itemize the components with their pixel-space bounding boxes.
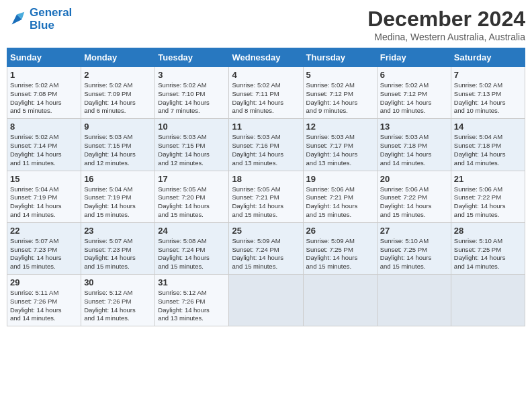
day-cell: 26Sunrise: 5:09 AM Sunset: 7:25 PM Dayli… (303, 222, 377, 274)
day-number: 7 (454, 70, 522, 80)
calendar-table: SundayMondayTuesdayWednesdayThursdayFrid… (7, 48, 525, 326)
day-number: 28 (454, 226, 522, 236)
day-cell (303, 275, 377, 326)
day-number: 4 (232, 70, 300, 80)
day-number: 20 (380, 174, 448, 184)
day-info: Sunrise: 5:02 AM Sunset: 7:12 PM Dayligh… (380, 81, 448, 116)
day-number: 19 (306, 174, 374, 184)
calendar-header: SundayMondayTuesdayWednesdayThursdayFrid… (7, 48, 525, 67)
day-cell: 9Sunrise: 5:03 AM Sunset: 7:15 PM Daylig… (81, 119, 155, 171)
day-cell: 29Sunrise: 5:11 AM Sunset: 7:26 PM Dayli… (7, 275, 81, 326)
day-cell: 22Sunrise: 5:07 AM Sunset: 7:23 PM Dayli… (7, 222, 81, 274)
day-cell (377, 275, 451, 326)
day-number: 12 (306, 122, 374, 132)
day-cell: 28Sunrise: 5:10 AM Sunset: 7:25 PM Dayli… (451, 222, 525, 274)
day-cell: 18Sunrise: 5:05 AM Sunset: 7:21 PM Dayli… (229, 171, 303, 222)
day-info: Sunrise: 5:04 AM Sunset: 7:19 PM Dayligh… (10, 185, 78, 220)
day-info: Sunrise: 5:02 AM Sunset: 7:11 PM Dayligh… (232, 81, 300, 116)
day-info: Sunrise: 5:02 AM Sunset: 7:10 PM Dayligh… (158, 81, 226, 116)
header-cell-friday: Friday (377, 48, 451, 67)
day-number: 23 (84, 226, 152, 236)
day-info: Sunrise: 5:10 AM Sunset: 7:25 PM Dayligh… (380, 237, 448, 271)
day-cell: 27Sunrise: 5:10 AM Sunset: 7:25 PM Dayli… (377, 222, 451, 274)
day-cell: 5Sunrise: 5:02 AM Sunset: 7:12 PM Daylig… (303, 67, 377, 119)
day-info: Sunrise: 5:04 AM Sunset: 7:18 PM Dayligh… (454, 133, 522, 167)
calendar-subtitle: Medina, Western Australia, Australia (367, 32, 525, 42)
page-header: General Blue December 2024 Medina, Weste… (7, 7, 525, 42)
week-row-4: 22Sunrise: 5:07 AM Sunset: 7:23 PM Dayli… (7, 222, 525, 274)
day-cell: 11Sunrise: 5:03 AM Sunset: 7:16 PM Dayli… (229, 119, 303, 171)
day-info: Sunrise: 5:06 AM Sunset: 7:21 PM Dayligh… (306, 185, 374, 220)
day-number: 18 (232, 174, 300, 184)
day-number: 11 (232, 122, 300, 132)
day-number: 21 (454, 174, 522, 184)
day-info: Sunrise: 5:02 AM Sunset: 7:08 PM Dayligh… (10, 81, 78, 116)
day-number: 9 (84, 122, 152, 132)
day-info: Sunrise: 5:09 AM Sunset: 7:25 PM Dayligh… (306, 237, 374, 271)
header-row: SundayMondayTuesdayWednesdayThursdayFrid… (7, 48, 525, 67)
week-row-3: 15Sunrise: 5:04 AM Sunset: 7:19 PM Dayli… (7, 171, 525, 222)
day-number: 2 (84, 70, 152, 80)
day-info: Sunrise: 5:04 AM Sunset: 7:19 PM Dayligh… (84, 185, 152, 220)
header-cell-sunday: Sunday (7, 48, 81, 67)
day-cell: 23Sunrise: 5:07 AM Sunset: 7:23 PM Dayli… (81, 222, 155, 274)
day-cell: 19Sunrise: 5:06 AM Sunset: 7:21 PM Dayli… (303, 171, 377, 222)
day-number: 14 (454, 122, 522, 132)
day-number: 15 (10, 174, 78, 184)
day-number: 29 (10, 277, 78, 287)
logo-general: General (30, 6, 72, 19)
day-cell: 21Sunrise: 5:06 AM Sunset: 7:22 PM Dayli… (451, 171, 525, 222)
week-row-5: 29Sunrise: 5:11 AM Sunset: 7:26 PM Dayli… (7, 275, 525, 326)
day-cell: 12Sunrise: 5:03 AM Sunset: 7:17 PM Dayli… (303, 119, 377, 171)
day-cell: 30Sunrise: 5:12 AM Sunset: 7:26 PM Dayli… (81, 275, 155, 326)
calendar-body: 1Sunrise: 5:02 AM Sunset: 7:08 PM Daylig… (7, 67, 525, 326)
day-cell: 15Sunrise: 5:04 AM Sunset: 7:19 PM Dayli… (7, 171, 81, 222)
day-cell (229, 275, 303, 326)
header-cell-saturday: Saturday (451, 48, 525, 67)
day-cell: 16Sunrise: 5:04 AM Sunset: 7:19 PM Dayli… (81, 171, 155, 222)
day-number: 17 (158, 174, 226, 184)
day-info: Sunrise: 5:06 AM Sunset: 7:22 PM Dayligh… (454, 185, 522, 220)
day-cell: 3Sunrise: 5:02 AM Sunset: 7:10 PM Daylig… (155, 67, 229, 119)
day-cell (451, 275, 525, 326)
day-info: Sunrise: 5:07 AM Sunset: 7:23 PM Dayligh… (10, 237, 78, 271)
logo: General Blue (7, 7, 72, 32)
day-number: 6 (380, 70, 448, 80)
day-info: Sunrise: 5:02 AM Sunset: 7:12 PM Dayligh… (306, 81, 374, 116)
day-info: Sunrise: 5:03 AM Sunset: 7:18 PM Dayligh… (380, 133, 448, 167)
day-cell: 24Sunrise: 5:08 AM Sunset: 7:24 PM Dayli… (155, 222, 229, 274)
day-number: 25 (232, 226, 300, 236)
day-number: 31 (158, 277, 226, 287)
header-cell-monday: Monday (81, 48, 155, 67)
title-block: December 2024 Medina, Western Australia,… (367, 7, 525, 42)
day-cell: 17Sunrise: 5:05 AM Sunset: 7:20 PM Dayli… (155, 171, 229, 222)
day-number: 10 (158, 122, 226, 132)
day-number: 3 (158, 70, 226, 80)
day-cell: 13Sunrise: 5:03 AM Sunset: 7:18 PM Dayli… (377, 119, 451, 171)
day-cell: 25Sunrise: 5:09 AM Sunset: 7:24 PM Dayli… (229, 222, 303, 274)
day-number: 1 (10, 70, 78, 80)
day-info: Sunrise: 5:02 AM Sunset: 7:14 PM Dayligh… (10, 133, 78, 167)
day-info: Sunrise: 5:05 AM Sunset: 7:21 PM Dayligh… (232, 185, 300, 220)
day-cell: 6Sunrise: 5:02 AM Sunset: 7:12 PM Daylig… (377, 67, 451, 119)
header-cell-wednesday: Wednesday (229, 48, 303, 67)
day-info: Sunrise: 5:12 AM Sunset: 7:26 PM Dayligh… (84, 289, 152, 323)
day-cell: 2Sunrise: 5:02 AM Sunset: 7:09 PM Daylig… (81, 67, 155, 119)
header-cell-tuesday: Tuesday (155, 48, 229, 67)
day-cell: 8Sunrise: 5:02 AM Sunset: 7:14 PM Daylig… (7, 119, 81, 171)
day-number: 8 (10, 122, 78, 132)
day-number: 5 (306, 70, 374, 80)
day-info: Sunrise: 5:07 AM Sunset: 7:23 PM Dayligh… (84, 237, 152, 271)
logo-blue: Blue (30, 19, 54, 32)
header-cell-thursday: Thursday (303, 48, 377, 67)
day-number: 26 (306, 226, 374, 236)
day-info: Sunrise: 5:06 AM Sunset: 7:22 PM Dayligh… (380, 185, 448, 220)
day-number: 24 (158, 226, 226, 236)
week-row-2: 8Sunrise: 5:02 AM Sunset: 7:14 PM Daylig… (7, 119, 525, 171)
day-cell: 31Sunrise: 5:12 AM Sunset: 7:26 PM Dayli… (155, 275, 229, 326)
day-cell: 7Sunrise: 5:02 AM Sunset: 7:13 PM Daylig… (451, 67, 525, 119)
day-info: Sunrise: 5:11 AM Sunset: 7:26 PM Dayligh… (10, 289, 78, 323)
day-number: 16 (84, 174, 152, 184)
day-cell: 4Sunrise: 5:02 AM Sunset: 7:11 PM Daylig… (229, 67, 303, 119)
week-row-1: 1Sunrise: 5:02 AM Sunset: 7:08 PM Daylig… (7, 67, 525, 119)
